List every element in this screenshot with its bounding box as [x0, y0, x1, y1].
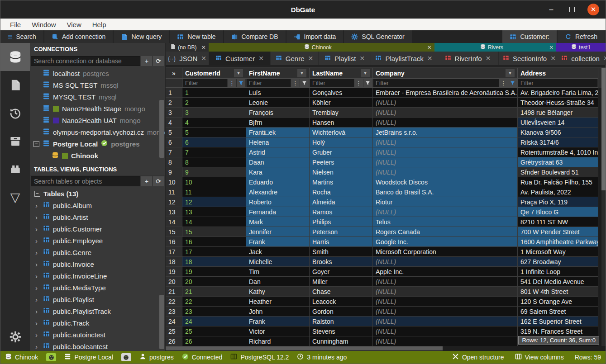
connection-item[interactable]: Nano2Health UATmongo: [30, 114, 165, 126]
grid-cell[interactable]: Theodor-Heuss-Straße 34: [518, 98, 598, 108]
grid-cell[interactable]: Astrid: [246, 147, 310, 157]
row-number[interactable]: 17: [166, 247, 182, 257]
grid-cell[interactable]: Leacock: [310, 297, 373, 307]
grid-cell[interactable]: Cunningham: [310, 336, 373, 346]
status-postgresql-12-2[interactable]: PostgreSQL 12.2: [230, 353, 289, 361]
grid-cell[interactable]: Bjřrn: [246, 118, 310, 128]
tab-playlisttrack[interactable]: PlaylistTrack ✕: [371, 52, 437, 65]
column-header-customerid[interactable]: CustomerId ▾: [182, 68, 246, 79]
row-number[interactable]: 20: [166, 277, 182, 287]
grid-cell[interactable]: François: [246, 108, 310, 118]
collapse-icon[interactable]: −: [33, 141, 39, 147]
grid-cell[interactable]: 627 Broadway: [518, 257, 598, 267]
row-number[interactable]: 14: [166, 217, 182, 227]
grid-cell[interactable]: Klanova 9/506: [518, 128, 598, 137]
column-header-lastname[interactable]: LastName ▾: [310, 68, 373, 79]
grid-cell[interactable]: (NULL): [373, 147, 518, 157]
filter-input-address[interactable]: [518, 79, 597, 87]
filter-funnel-icon[interactable]: [300, 79, 309, 87]
grid-cell[interactable]: 15: [182, 227, 246, 237]
grid-cell[interactable]: 1600 Amphitheatre Parkway: [518, 237, 598, 247]
close-icon[interactable]: ✕: [427, 44, 432, 51]
chevron-right-icon[interactable]: ›: [35, 225, 40, 233]
grid-cell[interactable]: (NULL): [373, 207, 518, 217]
connections-scrollbar[interactable]: [159, 100, 164, 158]
maximize-button[interactable]: [567, 4, 577, 15]
grid-cell[interactable]: Chase: [310, 287, 373, 297]
table-item[interactable]: › public.booleantest: [30, 340, 165, 351]
row-number[interactable]: 7: [166, 147, 182, 157]
grid-cell[interactable]: Heather: [246, 297, 310, 307]
grid-cell[interactable]: (NULL): [373, 336, 518, 346]
chevron-right-icon[interactable]: ›: [35, 319, 40, 327]
toolbar-search-button[interactable]: ≡Search: [0, 30, 43, 43]
grid-cell[interactable]: Gordon: [310, 307, 373, 317]
toolbar-import-data-button[interactable]: Import data: [286, 30, 344, 43]
filter-funnel-icon[interactable]: [508, 79, 517, 87]
grid-cell[interactable]: 21: [182, 287, 246, 297]
grid-cell[interactable]: 20: [182, 277, 246, 287]
grid-cell[interactable]: Stevens: [310, 326, 373, 336]
grid-cell[interactable]: 10: [182, 177, 246, 187]
grid-cell[interactable]: Sřnder Boulevard 51: [518, 167, 598, 177]
connection-item[interactable]: MYSQL TESTmysql: [30, 91, 165, 103]
grid-cell[interactable]: Martins: [310, 177, 373, 187]
grid-cell[interactable]: 120 S Orange Ave: [518, 297, 598, 307]
rail-history-icon[interactable]: [0, 99, 30, 127]
grid-cell[interactable]: 26: [182, 336, 246, 346]
grid-cell[interactable]: 23: [182, 307, 246, 317]
table-item[interactable]: › public.Album: [30, 199, 165, 211]
column-header-company[interactable]: Company ▾: [373, 68, 518, 79]
close-icon[interactable]: ✕: [486, 55, 491, 62]
grid-cell[interactable]: 1 Infinite Loop: [518, 267, 598, 277]
connections-search-input[interactable]: [31, 56, 140, 66]
grid-cell[interactable]: Köhler: [310, 98, 373, 108]
grid-cell[interactable]: 9: [182, 167, 246, 177]
kebab-menu-icon[interactable]: ⋮: [499, 79, 508, 87]
status-open-structure[interactable]: Open structure: [452, 353, 504, 361]
grid-cell[interactable]: 19: [182, 267, 246, 277]
row-number[interactable]: 24: [166, 317, 182, 326]
rail-database-icon[interactable]: [0, 43, 30, 71]
tab-customer[interactable]: Customer ✕: [209, 52, 270, 65]
grid-cell[interactable]: Franti□ek: [246, 128, 310, 137]
table-item[interactable]: › public.Artist: [30, 211, 165, 223]
grid-cell[interactable]: Mark: [246, 217, 310, 227]
grid-cell[interactable]: 7: [182, 147, 246, 157]
grid-cell[interactable]: Roberto: [246, 197, 310, 207]
toolbar-new-table-button[interactable]: New table: [170, 30, 223, 43]
grid-cell[interactable]: Ramos: [310, 207, 373, 217]
grid-cell[interactable]: Ralston: [310, 317, 373, 326]
grid-cell[interactable]: Peeters: [310, 157, 373, 167]
status-view-columns[interactable]: View columns: [515, 353, 564, 361]
connection-item[interactable]: MS SQL TESTmssql: [30, 79, 165, 91]
grid-cell[interactable]: 24: [182, 317, 246, 326]
status-chinook[interactable]: Chinook: [5, 353, 38, 361]
row-number[interactable]: 10: [166, 177, 182, 187]
row-number[interactable]: 12: [166, 197, 182, 207]
grid-cell[interactable]: (NULL): [373, 137, 518, 147]
grid-cell[interactable]: Tim: [246, 267, 310, 277]
row-number[interactable]: 16: [166, 237, 182, 247]
connection-item[interactable]: Nano2Health Stagemongo: [30, 103, 165, 114]
grid-cell[interactable]: (NULL): [373, 257, 518, 267]
grid-cell[interactable]: 5: [182, 128, 246, 137]
grid-cell[interactable]: Rogers Canada: [373, 227, 518, 237]
connections-refresh-icon[interactable]: ⟳: [153, 56, 164, 66]
menu-window[interactable]: Window: [27, 20, 61, 29]
grid-vscrollbar[interactable]: [601, 68, 606, 346]
tab-group-test1[interactable]: test1: [556, 43, 606, 52]
chevron-right-icon[interactable]: ›: [35, 237, 40, 245]
grid-cell[interactable]: Microsoft Corporation: [373, 247, 518, 257]
chevron-down-icon[interactable]: ▾: [297, 69, 306, 77]
row-number[interactable]: 11: [166, 187, 182, 197]
tab-group-nodb[interactable]: (no DB) ✕: [166, 43, 209, 52]
tab-group-chinook[interactable]: Chinook ✕: [209, 43, 434, 52]
grid-cell[interactable]: 1: [182, 88, 246, 98]
add-connection-plus-button[interactable]: +: [141, 56, 152, 66]
row-number[interactable]: 3: [166, 108, 182, 118]
connection-item[interactable]: Chinook: [30, 150, 165, 161]
grid-cell[interactable]: 6: [182, 137, 246, 147]
grid-cell[interactable]: (NULL): [373, 326, 518, 336]
tables-scrollbar[interactable]: [159, 295, 164, 349]
